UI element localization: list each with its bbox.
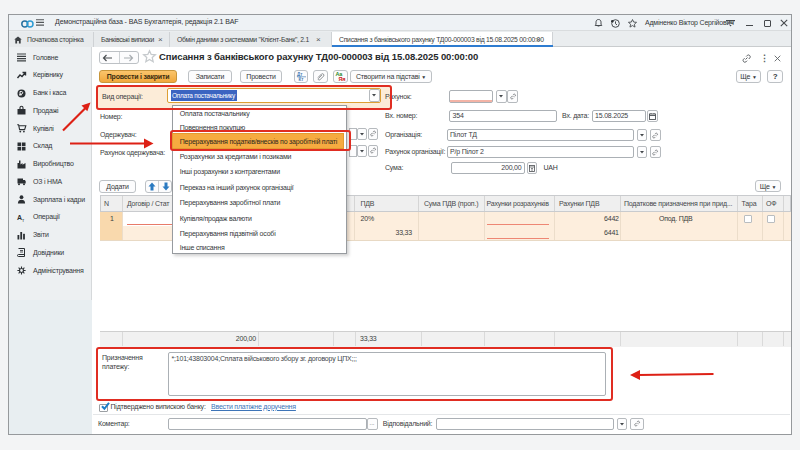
svg-text:т: т <box>22 216 25 222</box>
svg-text:Кт: Кт <box>298 77 304 82</box>
